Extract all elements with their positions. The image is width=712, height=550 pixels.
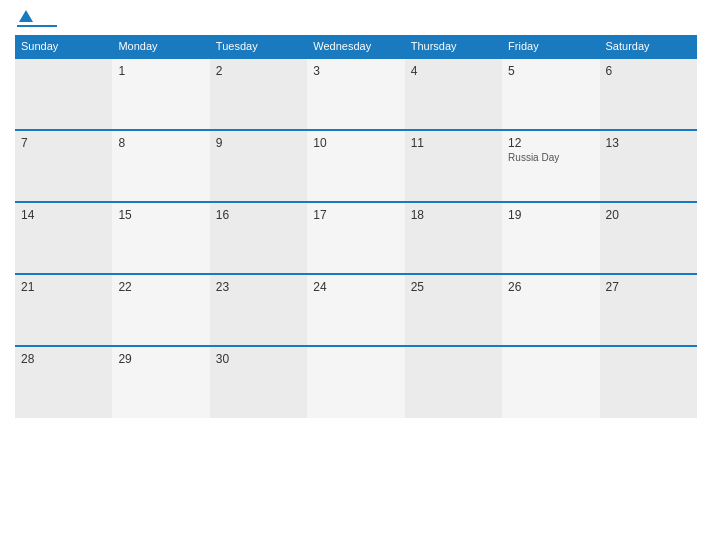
day-number: 2 bbox=[216, 64, 301, 78]
day-number: 14 bbox=[21, 208, 106, 222]
calendar-day-cell: 21 bbox=[15, 274, 112, 346]
calendar-day-cell: 8 bbox=[112, 130, 209, 202]
day-number: 5 bbox=[508, 64, 593, 78]
day-number: 18 bbox=[411, 208, 496, 222]
calendar-day-cell: 2 bbox=[210, 58, 307, 130]
calendar-day-cell bbox=[15, 58, 112, 130]
calendar-day-cell: 4 bbox=[405, 58, 502, 130]
calendar-day-cell: 15 bbox=[112, 202, 209, 274]
day-number: 13 bbox=[606, 136, 691, 150]
day-number: 24 bbox=[313, 280, 398, 294]
calendar-day-cell: 11 bbox=[405, 130, 502, 202]
day-number: 23 bbox=[216, 280, 301, 294]
calendar-day-cell: 19 bbox=[502, 202, 599, 274]
calendar-day-cell: 9 bbox=[210, 130, 307, 202]
day-number: 8 bbox=[118, 136, 203, 150]
calendar-day-cell: 13 bbox=[600, 130, 697, 202]
calendar-day-cell bbox=[307, 346, 404, 418]
day-number: 17 bbox=[313, 208, 398, 222]
day-number: 30 bbox=[216, 352, 301, 366]
calendar-day-cell bbox=[405, 346, 502, 418]
day-number: 26 bbox=[508, 280, 593, 294]
weekday-header-sunday: Sunday bbox=[15, 35, 112, 58]
calendar-day-cell: 22 bbox=[112, 274, 209, 346]
calendar-day-cell: 12Russia Day bbox=[502, 130, 599, 202]
day-number: 20 bbox=[606, 208, 691, 222]
day-number: 9 bbox=[216, 136, 301, 150]
day-number: 22 bbox=[118, 280, 203, 294]
calendar-day-cell: 26 bbox=[502, 274, 599, 346]
day-number: 6 bbox=[606, 64, 691, 78]
calendar-week-row: 282930 bbox=[15, 346, 697, 418]
day-number: 15 bbox=[118, 208, 203, 222]
calendar-day-cell: 17 bbox=[307, 202, 404, 274]
day-number: 4 bbox=[411, 64, 496, 78]
calendar-day-cell: 29 bbox=[112, 346, 209, 418]
day-number: 21 bbox=[21, 280, 106, 294]
day-number: 29 bbox=[118, 352, 203, 366]
calendar-table: SundayMondayTuesdayWednesdayThursdayFrid… bbox=[15, 35, 697, 418]
calendar-week-row: 789101112Russia Day13 bbox=[15, 130, 697, 202]
weekday-header-friday: Friday bbox=[502, 35, 599, 58]
day-number: 10 bbox=[313, 136, 398, 150]
day-number: 19 bbox=[508, 208, 593, 222]
day-number: 27 bbox=[606, 280, 691, 294]
day-number: 11 bbox=[411, 136, 496, 150]
weekday-header-thursday: Thursday bbox=[405, 35, 502, 58]
logo-line bbox=[17, 25, 57, 27]
calendar-day-cell bbox=[502, 346, 599, 418]
calendar-day-cell: 25 bbox=[405, 274, 502, 346]
calendar-day-cell bbox=[600, 346, 697, 418]
calendar-day-cell: 14 bbox=[15, 202, 112, 274]
calendar-day-cell: 18 bbox=[405, 202, 502, 274]
calendar-day-cell: 23 bbox=[210, 274, 307, 346]
day-number: 3 bbox=[313, 64, 398, 78]
weekday-header-wednesday: Wednesday bbox=[307, 35, 404, 58]
logo bbox=[17, 10, 59, 27]
day-number: 25 bbox=[411, 280, 496, 294]
calendar-day-cell: 20 bbox=[600, 202, 697, 274]
calendar-container: SundayMondayTuesdayWednesdayThursdayFrid… bbox=[0, 0, 712, 550]
day-number: 7 bbox=[21, 136, 106, 150]
calendar-day-cell: 5 bbox=[502, 58, 599, 130]
day-number: 16 bbox=[216, 208, 301, 222]
weekday-header-row: SundayMondayTuesdayWednesdayThursdayFrid… bbox=[15, 35, 697, 58]
calendar-day-cell: 30 bbox=[210, 346, 307, 418]
calendar-week-row: 123456 bbox=[15, 58, 697, 130]
calendar-day-cell: 28 bbox=[15, 346, 112, 418]
calendar-day-cell: 6 bbox=[600, 58, 697, 130]
weekday-header-monday: Monday bbox=[112, 35, 209, 58]
day-number: 1 bbox=[118, 64, 203, 78]
calendar-day-cell: 27 bbox=[600, 274, 697, 346]
calendar-week-row: 21222324252627 bbox=[15, 274, 697, 346]
calendar-day-cell: 16 bbox=[210, 202, 307, 274]
calendar-header bbox=[15, 10, 697, 27]
day-number: 28 bbox=[21, 352, 106, 366]
calendar-day-cell: 7 bbox=[15, 130, 112, 202]
calendar-day-cell: 10 bbox=[307, 130, 404, 202]
holiday-name: Russia Day bbox=[508, 152, 593, 163]
calendar-week-row: 14151617181920 bbox=[15, 202, 697, 274]
logo-triangle-icon bbox=[19, 10, 33, 22]
weekday-header-tuesday: Tuesday bbox=[210, 35, 307, 58]
weekday-header-saturday: Saturday bbox=[600, 35, 697, 58]
day-number: 12 bbox=[508, 136, 593, 150]
calendar-day-cell: 24 bbox=[307, 274, 404, 346]
calendar-day-cell: 1 bbox=[112, 58, 209, 130]
calendar-day-cell: 3 bbox=[307, 58, 404, 130]
